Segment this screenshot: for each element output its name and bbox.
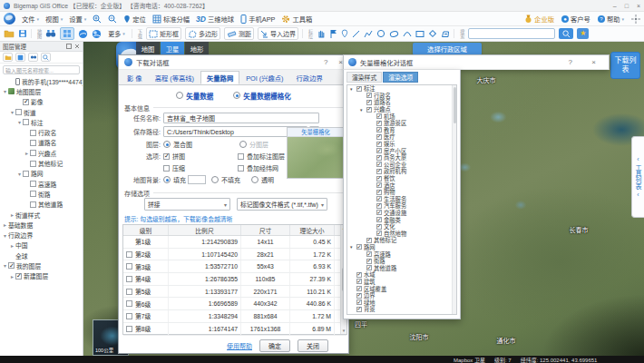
search-layers-icon[interactable]	[41, 53, 51, 62]
google-earth-icon[interactable]	[78, 29, 88, 39]
option-checkbox[interactable]	[376, 134, 382, 140]
placemark-icon[interactable]	[341, 29, 348, 38]
tree-item[interactable]: 街路	[0, 189, 83, 199]
file-format-select[interactable]: 标记图像文件格式 (*.tif,*.tfw)▾	[237, 198, 327, 211]
add-folder-icon[interactable]	[3, 53, 13, 62]
panel-scrollbar[interactable]	[452, 85, 456, 314]
render-option-item[interactable]: 政府机构	[347, 168, 456, 175]
dialog-tab[interactable]: 高程 (等高线)	[149, 71, 200, 84]
pin-panel-icon[interactable]	[66, 44, 72, 49]
option-checkbox[interactable]	[376, 217, 382, 222]
expand-arrow-icon[interactable]	[24, 150, 30, 156]
help-link[interactable]: 使用帮助	[227, 341, 252, 350]
tree-item[interactable]: 影像	[0, 97, 83, 107]
fill-color-swatch[interactable]	[188, 175, 206, 184]
expand-arrow-icon[interactable]	[350, 86, 356, 92]
fill-radio[interactable]: 填充	[163, 175, 186, 184]
arc-tool-icon[interactable]	[403, 30, 412, 37]
layer-checkbox[interactable]	[23, 171, 29, 177]
toolbox-button[interactable]: 工具箱	[281, 15, 312, 24]
level-checkbox[interactable]	[126, 263, 132, 270]
option-checkbox[interactable]	[366, 107, 372, 113]
render-option-item[interactable]: 行政名	[347, 93, 456, 100]
locate-button[interactable]: 定位	[123, 15, 146, 24]
favorite-button[interactable]: ★	[577, 28, 589, 39]
tree-item[interactable]: 其他道路	[0, 200, 83, 210]
level-row[interactable]: 第4级 1:26786355 110x85 27.39 K	[123, 273, 346, 286]
tree-item[interactable]: 行政边界	[0, 230, 83, 240]
level-row[interactable]: 第3级 1:53572710 55x43 6.93 K	[123, 260, 346, 273]
render-option-item[interactable]: 金融类	[347, 216, 456, 223]
render-option-item[interactable]: 标注	[347, 85, 456, 93]
expand-arrow-icon[interactable]	[350, 244, 356, 250]
option-checkbox[interactable]	[356, 293, 362, 299]
level-checkbox[interactable]	[126, 251, 132, 258]
zoom-out-icon[interactable]	[108, 15, 117, 24]
option-checkbox[interactable]	[376, 127, 382, 132]
option-checkbox[interactable]	[376, 142, 382, 147]
tree-item[interactable]: 基础数据	[0, 220, 83, 230]
mobile-app-button[interactable]: 手机APP	[240, 15, 275, 24]
dialog-tab[interactable]: POI (兴趣点)	[239, 71, 289, 84]
expand-arrow-icon[interactable]	[16, 119, 23, 125]
panel-help-button[interactable]: ?	[569, 58, 572, 66]
layer-checkbox[interactable]	[30, 191, 36, 197]
expand-arrow-icon[interactable]	[2, 88, 8, 94]
tree-item[interactable]: 行政名	[0, 127, 83, 137]
option-checkbox[interactable]	[376, 231, 382, 236]
option-checkbox[interactable]	[356, 272, 362, 278]
level-checkbox[interactable]	[126, 300, 132, 307]
more-maps-button[interactable]: 更多▾	[105, 27, 128, 40]
layer-checkbox[interactable]	[15, 109, 22, 115]
search-button[interactable]	[559, 28, 573, 39]
option-checkbox[interactable]	[366, 93, 372, 98]
tree-item[interactable]: 街道	[0, 107, 83, 117]
expand-arrow-icon[interactable]	[2, 221, 8, 228]
level-checkbox[interactable]	[126, 313, 132, 319]
option-checkbox[interactable]	[356, 244, 362, 250]
render-option-item[interactable]: 酒店	[347, 182, 456, 189]
level-row[interactable]: 第7级 1:3348294 881x684 1.72 M	[123, 310, 346, 323]
grid-split-button[interactable]: 标准分幅	[152, 15, 190, 24]
hand-pan-icon[interactable]	[317, 29, 326, 38]
layer-checkbox[interactable]	[23, 99, 29, 105]
tree-item[interactable]: 中国	[0, 240, 83, 250]
tree-item[interactable]: 道路名	[0, 138, 83, 148]
layer-checkbox[interactable]	[30, 150, 36, 156]
file-menu[interactable]: 文件▾	[22, 15, 39, 24]
import-boundary-button[interactable]: 导入边界	[258, 27, 298, 40]
level-row[interactable]: 第2级 1:107145420 28x21 1.72 K	[123, 249, 346, 261]
flag-icon[interactable]	[329, 29, 337, 38]
level-row[interactable]: 第5级 1:13393177 220x171 110.21 K	[123, 286, 346, 299]
level-checkbox[interactable]	[126, 276, 132, 282]
option-checkbox[interactable]	[356, 299, 362, 305]
panel-close-button[interactable]: ×	[591, 58, 596, 66]
minimize-button[interactable]: –	[613, 3, 617, 9]
tree-item[interactable]: 我的图层	[0, 260, 83, 270]
level-checkbox[interactable]	[126, 326, 132, 332]
level-row[interactable]: 第6级 1:6696589 440x342 440.86 K	[123, 298, 346, 310]
layer-checkbox[interactable]	[30, 140, 36, 146]
tree-item[interactable]: 标注	[0, 117, 83, 127]
binoculars-icon[interactable]	[45, 29, 56, 38]
expand-arrow-icon[interactable]	[16, 171, 23, 177]
option-checkbox[interactable]	[376, 210, 382, 215]
map-source-button[interactable]	[60, 27, 74, 40]
tree-item[interactable]: 全球	[0, 250, 83, 260]
google-earth-pro-icon[interactable]	[92, 29, 102, 39]
ok-button[interactable]: 确定	[259, 339, 290, 352]
option-checkbox[interactable]	[376, 203, 382, 209]
option-checkbox[interactable]	[356, 279, 362, 284]
compress-checkbox[interactable]	[163, 165, 170, 172]
tree-item[interactable]: 兴趣点	[0, 148, 83, 158]
measure-button[interactable]: 测距	[224, 27, 254, 40]
layer-checkbox[interactable]	[30, 201, 36, 208]
render-option-item[interactable]: 旅游景区	[347, 120, 456, 127]
close-button[interactable]: ×	[637, 3, 640, 9]
option-checkbox[interactable]	[376, 162, 382, 167]
account-button[interactable]: ●客户号	[561, 15, 590, 24]
raster-panel-title-bar[interactable]: 矢量栅格化对话框 ? ×	[343, 54, 610, 70]
rect-select-button[interactable]: 矩形框	[146, 27, 181, 40]
layer-checkbox[interactable]	[8, 262, 15, 269]
dialog-tab[interactable]: 影 像	[121, 71, 149, 84]
